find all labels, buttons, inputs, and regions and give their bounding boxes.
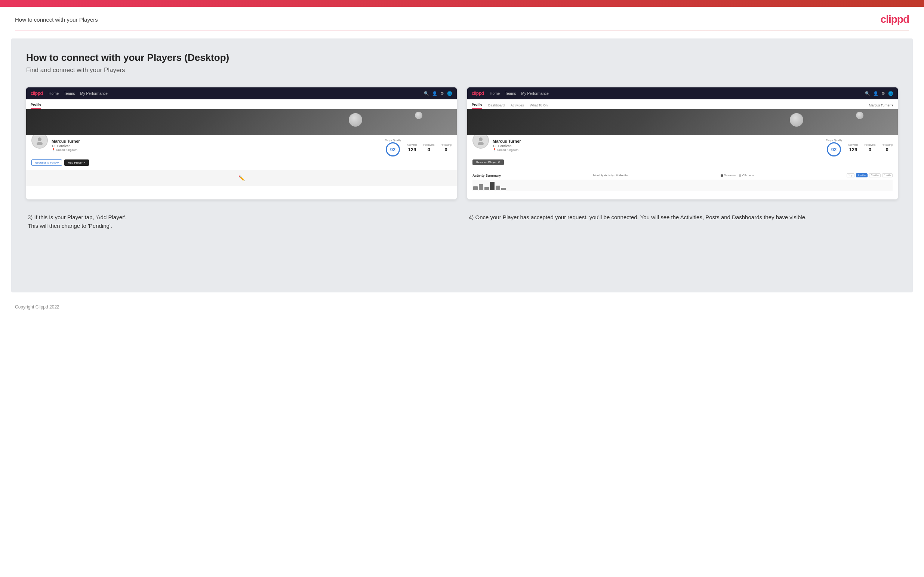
hero-circle-2 [415, 112, 422, 119]
page-footer: Copyright Clippd 2022 [0, 300, 924, 314]
filter-1yr[interactable]: 1 yr [846, 173, 855, 177]
quality-block-2: Player Quality 92 [826, 139, 842, 156]
quality-label-1: Player Quality [384, 139, 401, 142]
activity-header: Activity Summary Monthly Activity · 6 Mo… [472, 173, 893, 177]
app-profile-section-1: Marcus Turner 1-5 Handicap 📍 United King… [26, 135, 457, 170]
activities-stat-2: Activities 129 [848, 143, 859, 152]
screenshot-1: clippd Home Teams My Performance 🔍 👤 ⚙ 🌐… [26, 87, 457, 200]
remove-player-button[interactable]: Remove Player ✕ [472, 160, 504, 165]
activities-stat-1: Activities 129 [407, 143, 418, 152]
profile-info-1: Marcus Turner 1-5 Handicap 📍 United King… [52, 139, 381, 152]
location-text-2: United Kingdom [497, 148, 519, 152]
description-left-text: 3) If this is your Player tap, 'Add Play… [27, 213, 455, 230]
app-profile-row-2: Marcus Turner 1-5 Handicap 📍 United King… [472, 139, 893, 156]
tab-what-to-on-2[interactable]: What To On [530, 103, 548, 109]
following-label-1: Following [440, 143, 452, 146]
activity-period: Monthly Activity · 6 Months [593, 174, 629, 177]
app-bottom-section-1: ✏️ [26, 170, 457, 186]
stats-row-1: Player Quality 92 Activities 129 Followe… [384, 139, 452, 156]
tab-profile-1[interactable]: Profile [31, 103, 41, 109]
add-player-button[interactable]: Add Player + [64, 160, 89, 166]
quality-circle-1: 92 [386, 142, 400, 156]
followers-label-2: Followers [864, 143, 876, 146]
legend-off-course: Off course [739, 174, 754, 177]
chart-bar-3 [485, 187, 489, 190]
user-icon-1: 👤 [432, 91, 437, 96]
quality-label-2: Player Quality [826, 139, 842, 142]
nav-teams-1: Teams [64, 92, 75, 96]
followers-label-1: Followers [423, 143, 435, 146]
screenshots-row: clippd Home Teams My Performance 🔍 👤 ⚙ 🌐… [26, 87, 898, 200]
app-profile-section-2: Marcus Turner 1-5 Handicap 📍 United King… [467, 135, 898, 169]
profile-info-2: Marcus Turner 1-5 Handicap 📍 United King… [493, 139, 822, 152]
app-hero-1 [26, 109, 457, 135]
header-divider [15, 31, 909, 31]
request-follow-button[interactable]: Request to Follow [31, 160, 62, 166]
edit-icon-1: ✏️ [239, 175, 245, 181]
app-tabs-2: Profile Dashboard Activities What To On … [467, 99, 898, 109]
activity-legend: On course Off course [720, 174, 754, 177]
main-title: How to connect with your Players (Deskto… [26, 52, 898, 63]
app-nav-icons-2: 🔍 👤 ⚙ 🌐 [865, 91, 893, 96]
filter-1mth[interactable]: 1 mth [882, 173, 893, 177]
page-header-title: How to connect with your Players [15, 16, 98, 23]
app-activity-section: Activity Summary Monthly Activity · 6 Mo… [467, 169, 898, 195]
copyright-text: Copyright Clippd 2022 [15, 305, 60, 309]
player-location-1: 📍 United Kingdom [52, 148, 381, 152]
legend-dot-on [720, 174, 723, 177]
tab-activities-2[interactable]: Activities [510, 103, 524, 109]
tab-dashboard-2[interactable]: Dashboard [488, 103, 505, 109]
nav-performance-1: My Performance [80, 92, 107, 96]
following-label-2: Following [881, 143, 893, 146]
svg-point-2 [479, 137, 483, 141]
page-header: How to connect with your Players clippd [0, 7, 924, 31]
activities-value-2: 129 [848, 147, 859, 152]
filter-6mths[interactable]: 6 mths [856, 173, 867, 177]
location-icon-2: 📍 [493, 148, 496, 152]
activity-title: Activity Summary [472, 174, 501, 177]
hero-circle-1 [349, 113, 362, 127]
legend-on-label: On course [724, 174, 736, 177]
hero-circle-3 [790, 113, 803, 127]
player-handicap-1: 1-5 Handicap [52, 144, 381, 148]
app-buttons-row-1: Request to Follow Add Player + [31, 160, 452, 166]
player-name-2: Marcus Turner [493, 139, 822, 143]
player-handicap-2: 1-5 Handicap [493, 144, 822, 148]
main-content: How to connect with your Players (Deskto… [11, 39, 913, 292]
app-nav-logo-2: clippd [472, 91, 484, 96]
activity-filters: 1 yr 6 mths 3 mths 1 mth [846, 173, 893, 177]
search-icon-2: 🔍 [865, 91, 870, 96]
filter-3mths[interactable]: 3 mths [869, 173, 880, 177]
stats-row-2: Player Quality 92 Activities 129 Followe… [826, 139, 893, 156]
activities-label-2: Activities [848, 143, 859, 146]
globe-icon-1: 🌐 [447, 91, 452, 96]
nav-home-1: Home [48, 92, 59, 96]
app-nav-items-2: Home Teams My Performance [489, 92, 859, 96]
globe-icon-2: 🌐 [888, 91, 893, 96]
tab-profile-2[interactable]: Profile [472, 103, 482, 109]
settings-icon-1: ⚙ [440, 91, 444, 96]
app-nav-icons-1: 🔍 👤 ⚙ 🌐 [424, 91, 452, 96]
following-value-2: 0 [881, 147, 893, 152]
chart-bar-1 [473, 186, 478, 190]
hero-circle-4 [856, 112, 863, 119]
app-nav-logo-1: clippd [31, 91, 43, 96]
followers-value-2: 0 [864, 147, 876, 152]
nav-teams-2: Teams [505, 92, 516, 96]
screenshot-2: clippd Home Teams My Performance 🔍 👤 ⚙ 🌐… [467, 87, 898, 200]
following-value-1: 0 [440, 147, 452, 152]
legend-off-label: Off course [742, 174, 754, 177]
clippd-logo: clippd [880, 13, 909, 26]
legend-dot-off [739, 174, 741, 177]
tab-player-selector[interactable]: Marcus Turner ▾ [869, 103, 893, 109]
chart-bar-6 [501, 188, 506, 190]
followers-stat-2: Followers 0 [864, 143, 876, 152]
legend-on-course: On course [720, 174, 736, 177]
search-icon-1: 🔍 [424, 91, 429, 96]
app-buttons-row-2: Remove Player ✕ [472, 160, 893, 165]
activities-value-1: 129 [407, 147, 418, 152]
location-icon-1: 📍 [52, 148, 55, 152]
nav-home-2: Home [489, 92, 500, 96]
description-right: 4) Once your Player has accepted your re… [467, 213, 898, 230]
user-icon-2: 👤 [873, 91, 879, 96]
